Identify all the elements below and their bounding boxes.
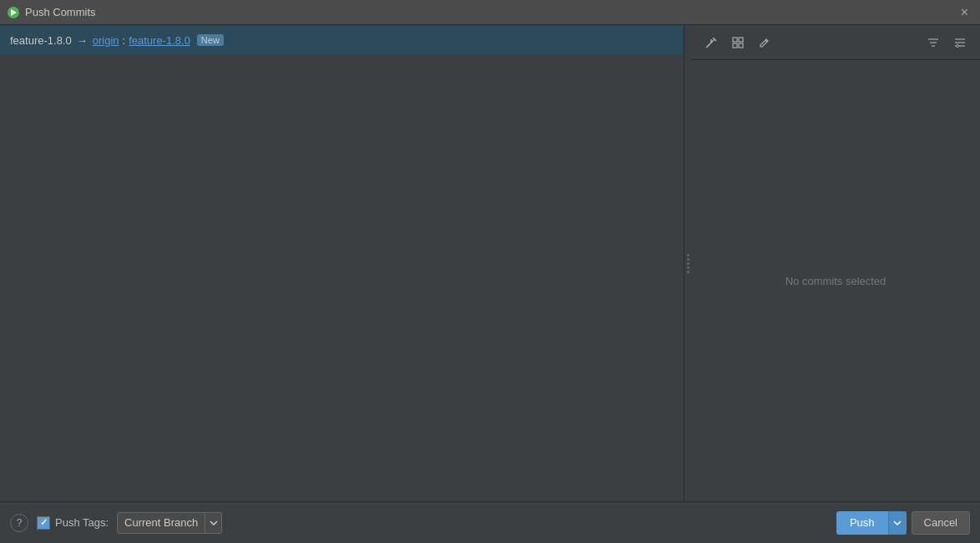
close-button[interactable]: × bbox=[956, 4, 973, 21]
svg-line-4 bbox=[706, 44, 710, 48]
remote-link[interactable]: origin bbox=[93, 34, 119, 47]
titlebar: Push Commits × bbox=[0, 0, 980, 25]
push-button[interactable]: Push bbox=[836, 511, 888, 535]
right-panel: No commits selected bbox=[691, 25, 980, 501]
titlebar-left: Push Commits bbox=[7, 6, 96, 19]
branch-arrow: → bbox=[77, 34, 88, 47]
commits-list bbox=[0, 55, 684, 501]
dot-5 bbox=[687, 271, 690, 273]
svg-point-18 bbox=[957, 44, 959, 47]
push-tags-label: Push Tags: bbox=[55, 516, 109, 529]
branch-name: feature-1.8.0 bbox=[10, 34, 72, 47]
dropdown-value[interactable]: Current Branch bbox=[117, 512, 205, 534]
right-toolbar bbox=[691, 25, 980, 60]
app-icon bbox=[7, 6, 20, 19]
grid-button[interactable] bbox=[726, 32, 750, 53]
bottom-bar: ? ✓ Push Tags: Current Branch bbox=[0, 501, 980, 543]
checkbox-checkmark: ✓ bbox=[40, 517, 48, 528]
edit-button[interactable] bbox=[753, 32, 776, 53]
current-branch-dropdown: Current Branch bbox=[117, 512, 222, 534]
svg-rect-9 bbox=[739, 43, 743, 48]
dot-1 bbox=[687, 254, 690, 256]
bottom-right-group: Push Cancel bbox=[836, 511, 970, 535]
colon: : bbox=[123, 34, 126, 47]
filter-button[interactable] bbox=[922, 32, 945, 53]
new-badge: New bbox=[197, 34, 224, 46]
dot-4 bbox=[687, 266, 690, 269]
dot-3 bbox=[687, 262, 690, 265]
push-tags-checkbox[interactable]: ✓ bbox=[37, 516, 50, 530]
svg-rect-8 bbox=[733, 43, 737, 48]
svg-rect-6 bbox=[733, 38, 737, 42]
pin-button[interactable] bbox=[700, 32, 723, 53]
right-content-area: No commits selected bbox=[691, 60, 980, 501]
dot-2 bbox=[687, 258, 690, 261]
remote-branch-link[interactable]: feature-1.8.0 bbox=[129, 34, 190, 47]
push-tags-section: ✓ Push Tags: bbox=[37, 516, 109, 530]
push-button-group: Push bbox=[836, 511, 907, 535]
bottom-left-group: ? ✓ Push Tags: Current Branch bbox=[10, 512, 222, 534]
toolbar-right-group bbox=[922, 32, 972, 53]
divider-dots bbox=[687, 254, 690, 273]
help-button[interactable]: ? bbox=[10, 514, 28, 532]
left-panel: feature-1.8.0 → origin : feature-1.8.0 N… bbox=[0, 25, 684, 501]
dropdown-arrow-button[interactable] bbox=[205, 512, 222, 534]
svg-rect-7 bbox=[739, 38, 743, 42]
main-content: feature-1.8.0 → origin : feature-1.8.0 N… bbox=[0, 25, 980, 543]
window-title: Push Commits bbox=[25, 6, 96, 18]
settings-button[interactable] bbox=[948, 32, 972, 53]
no-commits-text: No commits selected bbox=[786, 275, 887, 287]
push-dropdown-button[interactable] bbox=[888, 511, 907, 535]
panel-divider[interactable] bbox=[684, 25, 691, 501]
cancel-button[interactable]: Cancel bbox=[912, 511, 970, 535]
toolbar-left-group bbox=[700, 32, 776, 53]
content-area: feature-1.8.0 → origin : feature-1.8.0 N… bbox=[0, 25, 980, 501]
branch-header: feature-1.8.0 → origin : feature-1.8.0 N… bbox=[0, 25, 684, 55]
